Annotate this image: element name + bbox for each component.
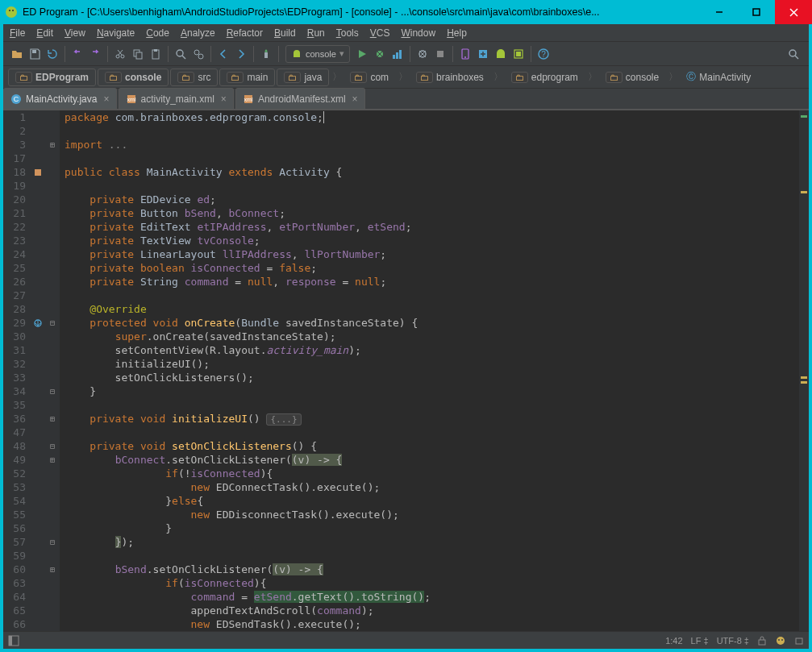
help-icon[interactable]: ?	[535, 45, 552, 63]
code-line[interactable]: 53 new EDConnectTask().execute();	[3, 480, 809, 494]
gutter[interactable]	[31, 357, 45, 371]
code-text[interactable]: bConnect.setOnClickListener((v) -> {	[60, 453, 342, 467]
code-text[interactable]: private String command = null, response …	[60, 275, 386, 289]
code-line[interactable]: 60⊞ bSend.setOnClickListener((v) -> {	[3, 563, 809, 576]
line-number[interactable]: 24	[3, 247, 31, 261]
maximize-button[interactable]	[738, 0, 775, 24]
menu-code[interactable]: Code	[146, 27, 169, 39]
file-encoding[interactable]: UTF-8 ‡	[717, 636, 749, 646]
breadcrumb-src[interactable]: 🗀src	[170, 69, 218, 86]
gutter[interactable]	[31, 275, 45, 289]
avd-manager-icon[interactable]	[456, 45, 474, 63]
code-text[interactable]	[60, 549, 65, 563]
inspections-icon[interactable]	[775, 635, 786, 646]
code-text[interactable]: }	[60, 384, 96, 398]
line-number[interactable]: 23	[3, 234, 31, 247]
line-number[interactable]: 27	[3, 289, 31, 302]
line-number[interactable]: 17	[3, 152, 31, 165]
line-number[interactable]: 54	[3, 494, 31, 508]
cursor-position[interactable]: 1:42	[665, 636, 682, 646]
code-text[interactable]	[60, 426, 65, 439]
fold-gutter[interactable]	[45, 124, 60, 138]
close-tab-icon[interactable]: ×	[352, 93, 358, 105]
gutter[interactable]	[31, 617, 45, 631]
code-text[interactable]: private Button bSend, bConnect;	[60, 206, 285, 220]
gutter[interactable]	[31, 467, 45, 480]
code-line[interactable]: 34⊟ }	[3, 384, 809, 398]
code-text[interactable]	[60, 179, 65, 193]
code-text[interactable]: import ...	[60, 138, 127, 152]
line-number[interactable]: 22	[3, 220, 31, 234]
code-text[interactable]	[60, 289, 65, 302]
line-number[interactable]: 65	[3, 604, 31, 617]
code-text[interactable]: initializeUI();	[60, 357, 210, 371]
fold-gutter[interactable]: ⊟	[45, 384, 60, 398]
line-number[interactable]: 29	[3, 316, 31, 330]
fold-gutter[interactable]: ⊞	[45, 453, 60, 467]
fold-gutter[interactable]	[45, 165, 60, 179]
line-number[interactable]: 2	[3, 124, 31, 138]
close-button[interactable]	[775, 0, 812, 24]
code-line[interactable]: 57⊟ });	[3, 535, 809, 549]
fold-gutter[interactable]	[45, 343, 60, 357]
code-line[interactable]: 29⊟ protected void onCreate(Bundle saved…	[3, 316, 809, 330]
menu-edit[interactable]: Edit	[36, 27, 53, 39]
gutter[interactable]	[31, 412, 45, 426]
tab-androidmanifest-xml[interactable]: xmlAndroidManifest.xml×	[235, 88, 365, 109]
line-number[interactable]: 19	[3, 179, 31, 193]
fold-gutter[interactable]	[45, 289, 60, 302]
code-text[interactable]: new EDSendTask().execute();	[60, 617, 361, 631]
gutter[interactable]	[31, 330, 45, 343]
menu-view[interactable]: View	[65, 27, 85, 39]
stop-icon[interactable]	[431, 45, 449, 63]
fold-gutter[interactable]	[45, 193, 60, 206]
menu-analyze[interactable]: Analyze	[181, 27, 215, 39]
code-line[interactable]: 18public class MainActivity extends Acti…	[3, 165, 809, 179]
code-text[interactable]: });	[60, 535, 134, 549]
gutter[interactable]	[31, 563, 45, 576]
gutter[interactable]	[31, 343, 45, 357]
code-line[interactable]: 2	[3, 124, 809, 138]
breadcrumb-com[interactable]: 🗀com	[344, 69, 395, 86]
line-separator[interactable]: LF ‡	[691, 636, 709, 646]
debug-icon[interactable]	[371, 45, 389, 63]
fold-gutter[interactable]	[45, 330, 60, 343]
code-text[interactable]: public class MainActivity extends Activi…	[60, 165, 342, 179]
android-monitor-icon[interactable]	[492, 45, 510, 63]
menu-refactor[interactable]: Refactor	[227, 27, 263, 39]
fold-gutter[interactable]	[45, 206, 60, 220]
code-text[interactable]	[60, 124, 65, 138]
code-line[interactable]: 17	[3, 152, 809, 165]
line-number[interactable]: 32	[3, 357, 31, 371]
gutter[interactable]	[31, 138, 45, 152]
code-line[interactable]: 22 private EditText etIPAddress, etPortN…	[3, 220, 809, 234]
close-tab-icon[interactable]: ×	[103, 93, 109, 105]
code-line[interactable]: 26 private String command = null, respon…	[3, 275, 809, 289]
override-gutter-icon[interactable]	[31, 316, 45, 330]
fold-gutter[interactable]	[45, 521, 60, 535]
code-text[interactable]: package com.brainboxes.edprogram.console…	[60, 110, 324, 124]
code-line[interactable]: 30 super.onCreate(savedInstanceState);	[3, 330, 809, 343]
line-number[interactable]: 57	[3, 535, 31, 549]
fold-gutter[interactable]	[45, 357, 60, 371]
breadcrumb-console[interactable]: 🗀console	[599, 69, 665, 86]
gutter[interactable]	[31, 193, 45, 206]
breadcrumb-console[interactable]: 🗀console	[98, 69, 169, 86]
run-icon[interactable]	[353, 45, 371, 63]
code-line[interactable]: 3⊞import ...	[3, 138, 809, 152]
line-number[interactable]: 64	[3, 590, 31, 604]
code-text[interactable]: protected void onCreate(Bundle savedInst…	[60, 316, 418, 330]
fold-gutter[interactable]	[45, 617, 60, 631]
line-number[interactable]: 33	[3, 371, 31, 384]
code-line[interactable]: 1package com.brainboxes.edprogram.consol…	[3, 110, 809, 124]
gutter[interactable]	[31, 110, 45, 124]
code-line[interactable]: 20 private EDDevice ed;	[3, 193, 809, 206]
gutter[interactable]	[31, 439, 45, 453]
code-text[interactable]: @Override	[60, 302, 147, 316]
minimize-button[interactable]	[701, 0, 738, 24]
gutter[interactable]	[31, 604, 45, 617]
code-text[interactable]: bSend.setOnClickListener((v) -> {	[60, 563, 323, 576]
code-line[interactable]: 33 setOnClickListeners();	[3, 371, 809, 384]
fold-gutter[interactable]	[45, 426, 60, 439]
gutter[interactable]	[31, 494, 45, 508]
